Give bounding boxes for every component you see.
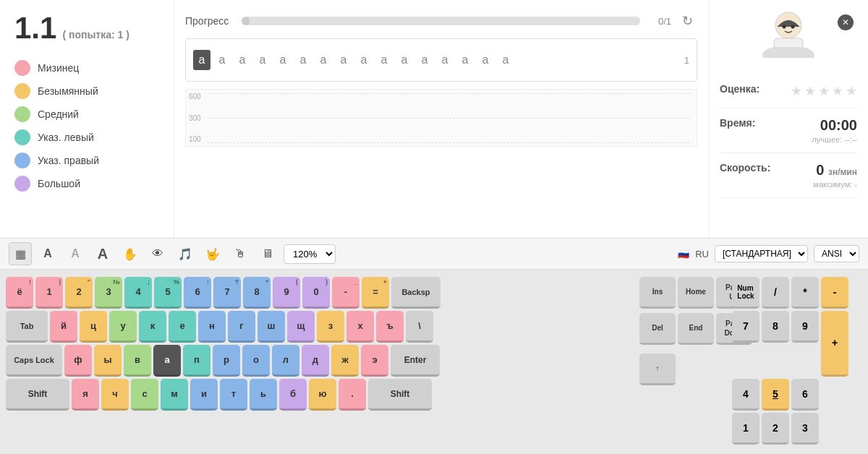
lesson-number: 1.1 [14, 11, 56, 46]
sign-tool-button[interactable]: 🤟 [201, 242, 224, 265]
key-м[interactable]: м [161, 379, 188, 411]
key-0[interactable]: )0 [302, 277, 330, 309]
key-н[interactable]: н [198, 311, 226, 343]
key-num-star[interactable]: * [791, 277, 819, 309]
key-delete[interactable]: Del [639, 313, 676, 345]
star-3: ★ [818, 83, 830, 99]
eye-tool-button[interactable]: 👁 [146, 242, 169, 265]
key-6[interactable]: :6 [184, 277, 211, 309]
key-9[interactable]: (9 [273, 277, 300, 309]
key-home[interactable]: Home [678, 277, 714, 309]
key-в[interactable]: в [124, 345, 151, 377]
text-a-button[interactable]: A [36, 242, 59, 265]
cursor-tool-button[interactable]: 🖱 [229, 242, 252, 265]
key-tab[interactable]: Tab [6, 311, 48, 343]
key-ы[interactable]: ы [94, 345, 122, 377]
key-я[interactable]: я [72, 379, 99, 411]
key-num-5[interactable]: 5 [762, 379, 789, 411]
key-enter[interactable]: Enter [391, 345, 440, 377]
key-ъ[interactable]: ъ [376, 311, 404, 343]
key-equals[interactable]: += [362, 277, 389, 309]
key-numlock[interactable]: NumLock [732, 277, 760, 309]
hand-tool-button[interactable]: ✋ [119, 242, 142, 265]
key-щ[interactable]: щ [287, 311, 315, 343]
key-num-3[interactable]: 3 [791, 413, 819, 445]
key-е[interactable]: е [169, 311, 196, 343]
key-num-8[interactable]: 8 [762, 311, 789, 343]
time-label: Время: [720, 117, 755, 129]
layout-select[interactable]: [СТАНДАРТНАЯ] [715, 245, 808, 262]
key-б[interactable]: б [279, 379, 307, 411]
key-ш[interactable]: ш [258, 311, 285, 343]
ansi-select[interactable]: ANSI [814, 245, 859, 262]
key-и[interactable]: и [190, 379, 218, 411]
key-num-9[interactable]: 9 [791, 311, 819, 343]
key-num-1[interactable]: 1 [732, 413, 760, 445]
key-г[interactable]: г [228, 311, 255, 343]
key-ю[interactable]: ю [309, 379, 336, 411]
key-backspace[interactable]: Backsp [391, 277, 441, 309]
key-к[interactable]: к [139, 311, 166, 343]
speed-max: максимум: - [813, 180, 857, 189]
avatar [760, 11, 817, 61]
zoom-select[interactable]: 120% 100% 150% 200% [284, 244, 336, 264]
key-п[interactable]: п [183, 345, 210, 377]
key-л[interactable]: л [272, 345, 299, 377]
key-num-4[interactable]: 4 [732, 379, 760, 411]
key-shift-right[interactable]: Shift [368, 379, 432, 411]
key-й[interactable]: й [50, 311, 77, 343]
refresh-button[interactable]: ↻ [677, 11, 697, 31]
key-с[interactable]: с [131, 379, 158, 411]
key-2[interactable]: "2 [65, 277, 93, 309]
text-big-button[interactable]: A [91, 242, 114, 265]
key-num-7[interactable]: 7 [732, 311, 760, 343]
nav-row-2: Del End PageDown [639, 313, 726, 345]
key-з[interactable]: з [317, 311, 344, 343]
key-shift-left[interactable]: Shift [6, 379, 69, 411]
key-period[interactable]: . [339, 379, 366, 411]
key-х[interactable]: х [346, 311, 374, 343]
music-tool-button[interactable]: 🎵 [174, 242, 197, 265]
key-yo[interactable]: !ё [6, 277, 33, 309]
screen-tool-button[interactable]: 🖥 [256, 242, 279, 265]
key-num-2[interactable]: 2 [762, 413, 789, 445]
key-backslash[interactable]: \ [406, 311, 433, 343]
key-т[interactable]: т [220, 379, 247, 411]
key-ь[interactable]: ь [250, 379, 277, 411]
key-8[interactable]: *8 [243, 277, 271, 309]
key-о[interactable]: о [242, 345, 270, 377]
key-1[interactable]: |1 [35, 277, 63, 309]
grid-tool-button[interactable]: ▦ [9, 242, 32, 265]
key-5[interactable]: %5 [154, 277, 182, 309]
key-num-slash[interactable]: / [762, 277, 789, 309]
key-д[interactable]: д [302, 345, 329, 377]
key-3[interactable]: №3 [95, 277, 122, 309]
keyboard-section: !ё |1 "2 №3 ;4 %5 :6 ?7 *8 (9 )0 _- += B… [0, 270, 868, 454]
key-end[interactable]: End [678, 313, 714, 345]
key-ч[interactable]: ч [101, 379, 129, 411]
key-4[interactable]: ;4 [124, 277, 152, 309]
key-ж[interactable]: ж [331, 345, 359, 377]
key-arrow-up[interactable]: ↑ [639, 354, 676, 385]
key-а[interactable]: а [153, 345, 181, 377]
key-minus[interactable]: _- [332, 277, 359, 309]
typing-char-8: а [355, 50, 373, 70]
key-у[interactable]: у [109, 311, 137, 343]
key-ц[interactable]: ц [80, 311, 107, 343]
key-caps-lock[interactable]: Caps Lock [6, 345, 62, 377]
key-7[interactable]: ?7 [213, 277, 241, 309]
key-э[interactable]: э [361, 345, 388, 377]
key-ф[interactable]: ф [64, 345, 92, 377]
grid-line-2 [208, 118, 689, 119]
key-num-6[interactable]: 6 [791, 379, 819, 411]
key-insert[interactable]: Ins [639, 277, 676, 309]
close-button[interactable]: ✕ [838, 14, 854, 30]
finger-dot-3 [14, 129, 30, 145]
key-num-minus[interactable]: - [821, 277, 848, 309]
key-р[interactable]: р [213, 345, 240, 377]
finger-label-1: Безымянный [38, 85, 98, 97]
text-a-outline-button[interactable]: A [64, 242, 87, 265]
key-num-plus[interactable]: + [821, 311, 848, 377]
finger-legend: МизинецБезымянныйСреднийУказ. левыйУказ.… [14, 60, 159, 192]
finger-dot-4 [14, 153, 30, 168]
